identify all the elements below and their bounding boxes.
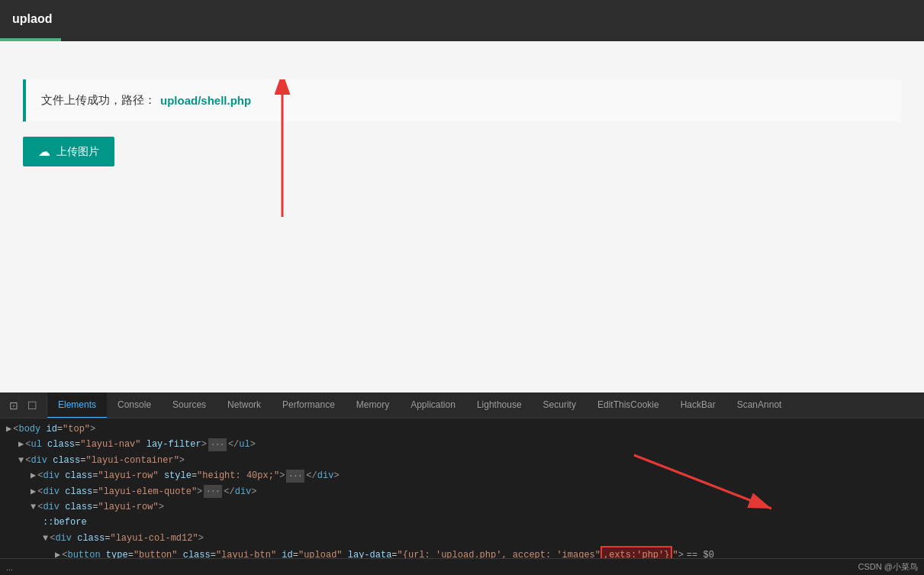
code-line-4: ▶ <div class="layui-row" style="height: … — [6, 468, 918, 483]
expand-icon-2[interactable]: ▶ — [18, 437, 24, 452]
code-line-2: ▶ <ul class="layui-nav" lay-filter> ··· … — [6, 437, 918, 452]
expand-icon-4[interactable]: ▶ — [31, 468, 36, 483]
tab-sources[interactable]: Sources — [162, 392, 217, 418]
tab-editthiscookie[interactable]: EditThisCookie — [587, 392, 670, 418]
expand-icon-8[interactable]: ▼ — [43, 531, 48, 546]
tab-hackbar[interactable]: HackBar — [670, 392, 726, 418]
tab-elements[interactable]: Elements — [47, 392, 107, 418]
tab-application[interactable]: Application — [400, 392, 466, 418]
browser-top-bar: uplaod — [0, 0, 924, 38]
main-content: 文件上传成功，路径：upload/shell.php ☁ 上传图片 — [0, 41, 924, 392]
mobile-icon-btn[interactable]: ☐ — [23, 396, 42, 415]
expand-icon-6[interactable]: ▼ — [31, 499, 36, 515]
expand-icon-3[interactable]: ▼ — [18, 453, 24, 468]
status-bar-attribution: CSDN @小菜鸟 — [858, 561, 918, 573]
success-message-box: 文件上传成功，路径：upload/shell.php — [23, 79, 901, 121]
upload-button-label: 上传图片 — [56, 145, 99, 159]
tab-performance[interactable]: Performance — [272, 392, 346, 418]
expand-icon-9[interactable]: ▶ — [55, 548, 60, 558]
devtools-content: ▶ <body id="top"> ▶ <ul class="layui-nav… — [0, 418, 924, 558]
code-line-1: ▶ <body id="top"> — [6, 422, 918, 437]
devtools-status-bar: ... CSDN @小菜鸟 — [0, 558, 924, 575]
code-line-3: ▼ <div class="layui-container"> — [6, 453, 918, 468]
expand-icon-5[interactable]: ▶ — [31, 484, 36, 499]
content-inner: 文件上传成功，路径：upload/shell.php ☁ 上传图片 — [8, 64, 916, 182]
devtools-tab-icons: ⊡ ☐ — [0, 396, 47, 415]
cursor-icon-btn[interactable]: ⊡ — [5, 396, 23, 415]
tab-security[interactable]: Security — [533, 392, 587, 418]
success-message-path: upload/shell.php — [160, 94, 251, 107]
success-message-prefix: 文件上传成功，路径： — [41, 93, 156, 108]
upload-cloud-icon: ☁ — [38, 144, 50, 159]
tab-lighthouse[interactable]: Lighthouse — [466, 392, 533, 418]
tab-scannota[interactable]: ScanAnnot — [726, 392, 793, 418]
code-line-8: ▼ <div class="layui-col-md12"> — [6, 531, 918, 546]
tab-memory[interactable]: Memory — [346, 392, 400, 418]
expand-icon-1[interactable]: ▶ — [6, 422, 11, 437]
tab-network[interactable]: Network — [217, 392, 272, 418]
status-bar-dots: ... — [6, 563, 13, 572]
code-line-9: ▶ <button type="button" class="layui-btn… — [6, 546, 918, 558]
devtools-tabs: ⊡ ☐ Elements Console Sources Network Per… — [0, 392, 924, 418]
upload-button[interactable]: ☁ 上传图片 — [23, 137, 114, 166]
code-line-7: ::before — [6, 515, 918, 530]
code-line-5: ▶ <div class="layui-elem-quote"> ··· </d… — [6, 484, 918, 499]
browser-title: uplaod — [12, 12, 52, 26]
code-line-6: ▼ <div class="layui-row"> — [6, 499, 918, 515]
tab-console[interactable]: Console — [107, 392, 162, 418]
devtools-panel: ⊡ ☐ Elements Console Sources Network Per… — [0, 392, 924, 575]
